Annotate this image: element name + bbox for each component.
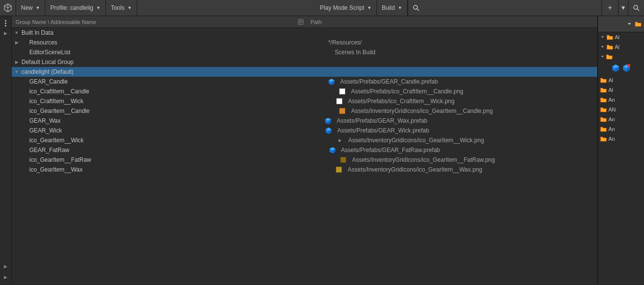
- path-sort-icon[interactable]: [295, 16, 307, 28]
- row-name-gear-fatraw: GEAR_FatRaw: [29, 147, 69, 153]
- tools-label: Tools: [111, 4, 125, 11]
- right-folder-item-3[interactable]: AN: [598, 105, 644, 114]
- asset-icon-ico-gearitem-candle: [337, 106, 347, 116]
- svg-line-1: [417, 9, 419, 11]
- tools-button[interactable]: Tools ▼: [106, 0, 137, 16]
- build-button[interactable]: Build ▼: [377, 0, 408, 16]
- expander-candlelight-default[interactable]: ▼: [12, 67, 21, 77]
- row-path-ico-gearitem-wax: Assets/InventoryGridIcons/ico_GearItem__…: [344, 166, 595, 173]
- row-path-ico-craftitem-candle: Assets/Prefabs/ico_CraftItem__Candle.png: [347, 88, 595, 95]
- play-mode-button[interactable]: Play Mode Script ▼: [315, 0, 377, 16]
- column-headers: Group Name \ Addressable Name Path: [12, 16, 597, 28]
- row-path-editor-scene-list: Scenes In Build: [331, 49, 595, 56]
- svg-point-2: [634, 5, 638, 9]
- right-panel-toolbar: [598, 16, 644, 32]
- right-folder-section-divider: [598, 52, 644, 62]
- profile-button[interactable]: Profile: candlelig ▼: [45, 0, 106, 16]
- row-name-resources: Resources: [29, 39, 57, 46]
- toolbar-plus-area: + ▼: [602, 0, 628, 16]
- right-folder-item-1[interactable]: Al: [598, 85, 644, 95]
- tree-row-built-in-data[interactable]: ▼Built In Data: [12, 28, 597, 38]
- tree-row-ico-gearitem-fatraw[interactable]: ico_GearItem__FatRawAssets/InventoryGrid…: [12, 155, 597, 165]
- expander-ico-gearitem-fatraw: [12, 155, 21, 165]
- add-button[interactable]: +: [602, 0, 618, 16]
- tree-row-default-local-group[interactable]: ▶Default Local Group: [12, 57, 597, 67]
- row-name-ico-gearitem-wick: ico_GearItem__Wick: [29, 137, 83, 144]
- tree-row-resources[interactable]: ▶Resources*/Resources/: [12, 38, 597, 47]
- row-path-gear-wick: Assets/Prefabs/GEAR_Wick.prefab: [333, 127, 595, 134]
- tree-list[interactable]: ▼Built In Data▶Resources*/Resources/Edit…: [12, 28, 597, 285]
- right-panel-chevron-down[interactable]: [625, 20, 633, 28]
- addressables-panel: Group Name \ Addressable Name Path ▼Buil…: [12, 16, 598, 285]
- row-name-ico-gearitem-candle: ico_GearItem__Candle: [29, 108, 89, 114]
- svg-point-31: [627, 64, 630, 67]
- expander-ico-craftitem-wick: [12, 96, 21, 106]
- expander-ico-gearitem-wick: [12, 135, 21, 145]
- right-folder-name-top1: Al: [615, 34, 620, 40]
- cube-icon-blue-1[interactable]: [611, 64, 620, 74]
- right-search-button[interactable]: [628, 0, 644, 16]
- row-path-ico-gearitem-wick: Assets/InventoryGridIcons/ico_GearItem__…: [344, 137, 595, 144]
- asset-icon-gear-candle: [327, 77, 336, 87]
- right-folder-item-top2[interactable]: Al: [598, 42, 644, 52]
- right-folder-item-top1[interactable]: Al: [598, 32, 644, 42]
- expander-default-local-group[interactable]: ▶: [12, 57, 21, 67]
- tree-row-gear-wax[interactable]: GEAR_Wax Assets/Prefabs/GEAR_Wax.prefab: [12, 116, 597, 126]
- asset-icon-ico-gearitem-wax: [334, 165, 344, 175]
- asset-icon-ico-gearitem-wick: [334, 135, 344, 145]
- tree-row-ico-craftitem-candle[interactable]: ico_CraftItem__CandleAssets/Prefabs/ico_…: [12, 87, 597, 96]
- row-path-ico-gearitem-candle: Assets/InventoryGridIcons/ico_GearItem__…: [347, 108, 595, 114]
- tree-row-gear-candle[interactable]: GEAR_Candle Assets/Prefabs/GEAR_Candle.p…: [12, 77, 597, 87]
- profile-label: Profile: candlelig: [50, 4, 93, 11]
- cube-icon-red-dot[interactable]: [622, 64, 631, 74]
- svg-line-3: [637, 9, 639, 11]
- side-expand-bottom2[interactable]: ▶: [1, 272, 11, 282]
- right-folder-rows: Al Al An AN An: [598, 75, 644, 144]
- toolbar-search-button[interactable]: [408, 0, 424, 16]
- row-name-gear-wick: GEAR_Wick: [29, 127, 62, 134]
- new-button[interactable]: New ▼: [16, 0, 45, 16]
- path-column-header: Path: [307, 19, 597, 25]
- expander-built-in-data[interactable]: ▼: [12, 28, 21, 38]
- right-cube-icons-row: [599, 62, 643, 75]
- path-header-text: Path: [311, 19, 322, 25]
- right-folder-label-3: AN: [608, 107, 616, 112]
- right-panel-folder-icon[interactable]: [634, 20, 642, 28]
- svg-marker-20: [628, 23, 631, 25]
- tree-row-gear-fatraw[interactable]: GEAR_FatRaw Assets/Prefabs/GEAR_FatRaw.p…: [12, 145, 597, 155]
- tree-row-ico-gearitem-candle[interactable]: ico_GearItem__CandleAssets/InventoryGrid…: [12, 106, 597, 116]
- tree-row-candlelight-default[interactable]: ▼candlelight (Default): [12, 67, 597, 77]
- name-header-text: Group Name \ Addressable Name: [16, 19, 96, 25]
- tree-row-ico-gearitem-wax[interactable]: ico_GearItem__WaxAssets/InventoryGridIco…: [12, 165, 597, 175]
- add-chevron-button[interactable]: ▼: [618, 0, 628, 16]
- right-folder-item-4[interactable]: An: [598, 114, 644, 124]
- tree-row-ico-craftitem-wick[interactable]: ico_CraftItem__WickAssets/Prefabs/ico_Cr…: [12, 96, 597, 106]
- row-path-ico-gearitem-fatraw: Assets/InventoryGridIcons/ico_GearItem__…: [348, 156, 595, 163]
- row-name-gear-candle: GEAR_Candle: [29, 78, 68, 85]
- main-content: ▶ ▶ ▶ Group Name \ Addressable Name Path: [0, 16, 644, 285]
- right-folder-item-6[interactable]: An: [598, 134, 644, 144]
- svg-marker-23: [601, 56, 604, 58]
- row-name-ico-gearitem-wax: ico_GearItem__Wax: [29, 166, 83, 173]
- expander-gear-wax: [12, 116, 21, 126]
- side-dots-menu[interactable]: [3, 18, 8, 28]
- right-icon-section: [598, 62, 644, 75]
- svg-marker-22: [601, 46, 604, 48]
- right-folder-item-0[interactable]: Al: [598, 75, 644, 85]
- main-toolbar: New ▼ Profile: candlelig ▼ Tools ▼ Play …: [0, 0, 644, 16]
- tree-row-ico-gearitem-wick[interactable]: ico_GearItem__WickAssets/InventoryGridIc…: [12, 135, 597, 145]
- row-name-gear-wax: GEAR_Wax: [29, 117, 61, 124]
- right-folder-item-5[interactable]: An: [598, 124, 644, 134]
- svg-point-0: [414, 5, 417, 9]
- right-folder-item-2[interactable]: An: [598, 95, 644, 105]
- new-label: New: [21, 4, 33, 11]
- side-expand-bottom1[interactable]: ▶: [1, 262, 11, 271]
- tree-row-gear-wick[interactable]: GEAR_Wick Assets/Prefabs/GEAR_Wick.prefa…: [12, 126, 597, 135]
- expander-resources[interactable]: ▶: [12, 38, 21, 47]
- row-name-ico-craftitem-candle: ico_CraftItem__Candle: [29, 88, 89, 95]
- side-expand-top[interactable]: ▶: [1, 28, 11, 38]
- right-folder-list-top: Al Al: [598, 32, 644, 52]
- tree-row-editor-scene-list[interactable]: EditorSceneListScenes In Build: [12, 47, 597, 57]
- expander-gear-wick: [12, 126, 21, 135]
- row-name-built-in-data: Built In Data: [21, 29, 53, 36]
